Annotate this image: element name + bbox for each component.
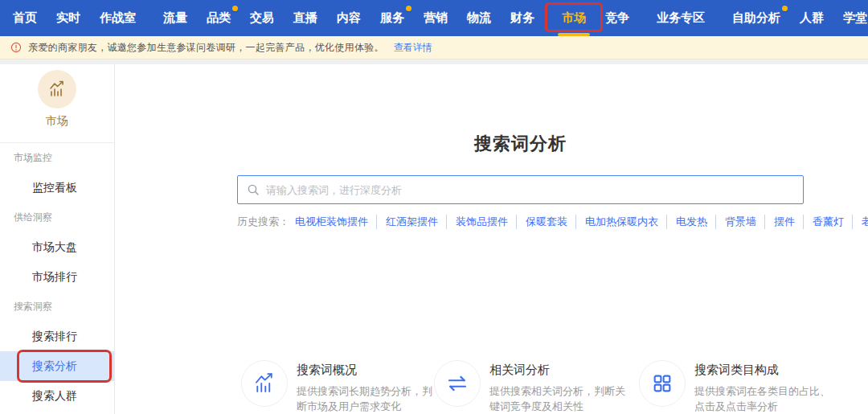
sidebar-item-label: 搜索分析 — [32, 359, 77, 372]
history-term[interactable]: 背景墙 — [715, 215, 756, 229]
history-term[interactable]: 电发热 — [666, 215, 707, 229]
feature-search-term-category: 搜索词类目构成 提供搜索词在各类目的占比、点击及点击率分析 — [639, 360, 832, 414]
nav-item-label: 竞争 — [605, 10, 629, 26]
nav-item-label: 服务 — [380, 10, 404, 26]
feature-title: 搜索词概况 — [297, 363, 435, 378]
page-body: 市场 市场监控 监控看板 供给洞察 市场大盘 市场排行 搜索洞察 搜索排行 搜索… — [0, 64, 868, 414]
notice-text: 亲爱的商家朋友，诚邀您参加生意参谋问卷调研，一起完善产品，优化使用体验。 — [28, 41, 384, 55]
nav-item-label: 自助分析 — [732, 10, 780, 26]
search-box — [237, 175, 804, 204]
nav-item-label: 品类 — [207, 10, 231, 26]
sidebar-group-search-insight: 搜索洞察 — [0, 292, 114, 322]
active-tab-underline — [558, 33, 590, 36]
feature-desc: 提供搜索词在各类目的占比、点击及点击率分析 — [694, 383, 833, 414]
sidebar-item-search-audience[interactable]: 搜索人群 — [0, 381, 114, 411]
sidebar: 市场 市场监控 监控看板 供给洞察 市场大盘 市场排行 搜索洞察 搜索排行 搜索… — [0, 64, 115, 414]
feature-desc: 提供搜索词长期趋势分析，判断市场及用户需求变化 — [297, 383, 435, 414]
notice-bar: 亲爱的商家朋友，诚邀您参加生意参谋问卷调研，一起完善产品，优化使用体验。 查看详… — [0, 36, 868, 59]
history-term[interactable]: 保暖套装 — [516, 215, 567, 229]
nav-item-market[interactable]: 市场 — [552, 0, 596, 36]
sidebar-item-search-analysis[interactable]: 搜索分析 — [0, 351, 114, 381]
nav-item-live[interactable]: 直播 — [284, 0, 327, 36]
nav-item-finance[interactable]: 财务 — [501, 0, 544, 36]
search-history: 历史搜索： 电视柜装饰摆件 红酒架摆件 装饰品摆件 保暖套装 电加热保暖内衣 电… — [237, 215, 804, 229]
swap-arrows-icon — [434, 360, 481, 407]
nav-item-label: 学堂 — [843, 10, 867, 26]
feature-text: 相关词分析 提供搜索相关词分析，判断关键词竞争度及相关性 — [489, 360, 628, 414]
history-term[interactable]: 摆件 — [764, 215, 795, 229]
nav-item-label: 实时 — [56, 10, 80, 26]
sidebar-app-badge: 市场 — [0, 70, 114, 129]
sidebar-item-label: 搜索排行 — [32, 330, 77, 342]
feature-desc: 提供搜索相关词分析，判断关键词竞争度及相关性 — [489, 383, 628, 414]
notification-dot-icon — [232, 6, 238, 11]
feature-title: 搜索词类目构成 — [694, 363, 833, 378]
nav-item-business-zone[interactable]: 业务专区 — [647, 0, 714, 36]
history-term[interactable]: 电视柜装饰摆件 — [295, 215, 368, 229]
nav-item-label: 首页 — [13, 10, 37, 26]
history-term[interactable]: 香薰灯 — [803, 215, 844, 229]
main-content: 搜索词分析 历史搜索： 电视柜装饰摆件 红酒架摆件 装饰品摆件 保暖套装 电加热… — [115, 64, 868, 414]
exclamation-circle-icon — [10, 42, 22, 53]
history-term[interactable]: 老虎摆件 — [852, 215, 868, 229]
nav-item-label: 市场 — [562, 10, 586, 26]
sidebar-item-label: 市场排行 — [32, 270, 77, 283]
feature-text: 搜索词类目构成 提供搜索词在各类目的占比、点击及点击率分析 — [694, 360, 833, 414]
nav-item-label: 作战室 — [100, 10, 136, 26]
notification-dot-icon — [406, 6, 411, 11]
nav-item-service[interactable]: 服务 — [371, 0, 414, 36]
grid-icon — [639, 360, 686, 407]
trend-chart-icon — [241, 360, 288, 407]
history-term[interactable]: 装饰品摆件 — [446, 215, 508, 229]
sidebar-item-label: 市场大盘 — [32, 240, 77, 253]
search-input[interactable] — [266, 184, 794, 196]
sidebar-group-market-monitoring: 市场监控 — [0, 143, 114, 173]
sidebar-app-label: 市场 — [0, 114, 114, 129]
sidebar-item-label: 搜索人群 — [32, 389, 77, 402]
nav-item-label: 业务专区 — [657, 10, 705, 26]
notice-detail-link[interactable]: 查看详情 — [394, 41, 432, 55]
screen: 首页 实时 作战室 流量 品类 交易 直播 内容 服务 营销 物流 财务 市场 … — [0, 0, 868, 414]
nav-item-label: 直播 — [293, 10, 317, 26]
nav-item-label: 财务 — [510, 10, 534, 26]
nav-item-marketing[interactable]: 营销 — [414, 0, 457, 36]
sidebar-group-supply-insight: 供给洞察 — [0, 203, 114, 232]
history-term[interactable]: 红酒架摆件 — [376, 215, 438, 229]
nav-item-trade[interactable]: 交易 — [240, 0, 284, 36]
top-nav: 首页 实时 作战室 流量 品类 交易 直播 内容 服务 营销 物流 财务 市场 … — [0, 0, 868, 36]
nav-item-realtime[interactable]: 实时 — [47, 0, 90, 36]
nav-item-label: 物流 — [467, 10, 491, 26]
notification-dot-icon — [782, 6, 788, 11]
page-title: 搜索词分析 — [237, 132, 804, 156]
search-area: 搜索词分析 历史搜索： 电视柜装饰摆件 红酒架摆件 装饰品摆件 保暖套装 电加热… — [237, 132, 804, 229]
feature-search-term-overview: 搜索词概况 提供搜索词长期趋势分析，判断市场及用户需求变化 — [241, 360, 434, 414]
nav-item-label: 流量 — [163, 10, 187, 26]
nav-item-content[interactable]: 内容 — [327, 0, 371, 36]
nav-item-audience[interactable]: 人群 — [790, 0, 833, 36]
nav-item-logistics[interactable]: 物流 — [457, 0, 501, 36]
sidebar-item-search-ranking[interactable]: 搜索排行 — [0, 322, 114, 351]
nav-item-academy[interactable]: 学堂 — [833, 0, 868, 36]
nav-item-label: 内容 — [337, 10, 361, 26]
nav-item-traffic[interactable]: 流量 — [154, 0, 197, 36]
nav-item-war-room[interactable]: 作战室 — [90, 0, 145, 36]
feature-title: 相关词分析 — [489, 363, 628, 378]
nav-item-label: 营销 — [424, 10, 448, 26]
nav-item-home[interactable]: 首页 — [3, 0, 47, 36]
history-term[interactable]: 电加热保暖内衣 — [575, 215, 658, 229]
feature-cards: 搜索词概况 提供搜索词长期趋势分析，判断市场及用户需求变化 相关词分析 提供搜索… — [241, 360, 868, 414]
nav-item-competition[interactable]: 竞争 — [596, 0, 639, 36]
nav-item-self-analysis[interactable]: 自助分析 — [723, 0, 790, 36]
nav-item-category[interactable]: 品类 — [197, 0, 240, 36]
nav-item-label: 交易 — [250, 10, 274, 26]
sidebar-item-market-ranking[interactable]: 市场排行 — [0, 262, 114, 292]
sidebar-item-monitor-dashboard[interactable]: 监控看板 — [0, 173, 114, 203]
feature-text: 搜索词概况 提供搜索词长期趋势分析，判断市场及用户需求变化 — [297, 360, 435, 414]
nav-item-label: 人群 — [800, 10, 824, 26]
market-trend-chart-icon — [38, 70, 76, 109]
magnifier-icon — [247, 183, 260, 196]
sidebar-item-label: 监控看板 — [32, 181, 77, 194]
history-label: 历史搜索： — [237, 215, 289, 229]
feature-related-term-analysis: 相关词分析 提供搜索相关词分析，判断关键词竞争度及相关性 — [434, 360, 639, 414]
sidebar-item-market-overview[interactable]: 市场大盘 — [0, 232, 114, 262]
